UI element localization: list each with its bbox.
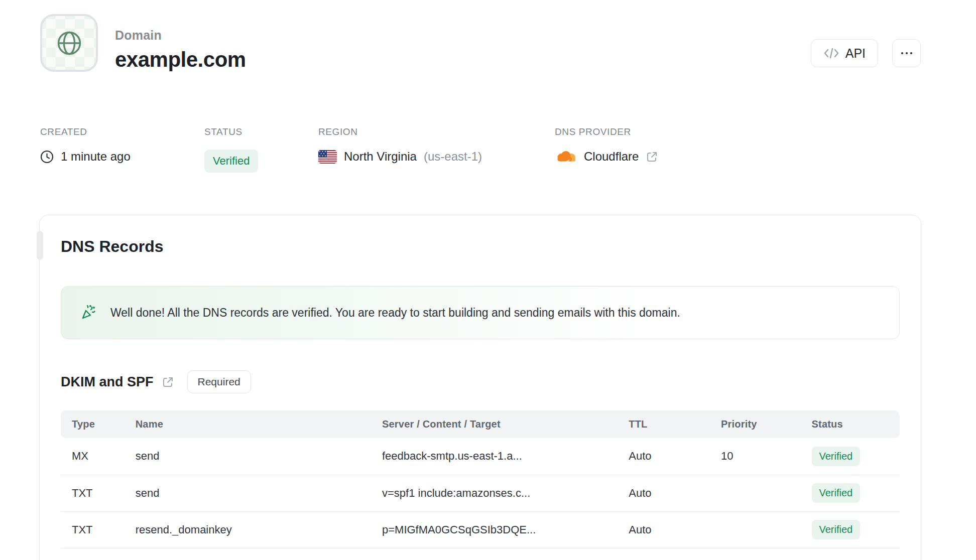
cell-name: send <box>136 438 382 475</box>
party-popper-icon <box>79 304 97 322</box>
meta-created: CREATED 1 minute ago <box>40 126 204 173</box>
meta-dns-provider: DNS PROVIDER <box>555 126 658 173</box>
scroll-indicator-pill <box>37 231 43 260</box>
created-label: CREATED <box>40 126 204 137</box>
page-header: Domain example.com API <box>40 14 921 72</box>
more-options-button[interactable] <box>892 39 921 67</box>
cell-status: Verified <box>812 475 900 511</box>
created-value: 1 minute ago <box>61 150 131 164</box>
domain-details-page: Domain example.com API <box>0 0 976 560</box>
cell-type: TXT <box>61 475 136 511</box>
cell-type: TXT <box>61 511 136 548</box>
external-link-icon[interactable] <box>162 376 174 388</box>
status-badge: Verified <box>204 150 258 173</box>
section-heading: DKIM and SPF <box>61 374 154 390</box>
column-header-priority: Priority <box>721 410 811 438</box>
cell-priority <box>721 511 811 548</box>
cell-name: resend._domainkey <box>136 511 382 548</box>
cell-priority <box>721 475 811 511</box>
meta-region: REGION <box>318 126 555 173</box>
cell-content: v=spf1 include:amazonses.c... <box>382 475 629 511</box>
dns-records-table: Type Name Server / Content / Target TTL … <box>61 410 900 548</box>
column-header-content: Server / Content / Target <box>382 410 629 438</box>
table-row: TXT send v=spf1 include:amazonses.c... A… <box>61 475 900 511</box>
api-button-label: API <box>845 46 866 61</box>
globe-icon <box>56 30 82 56</box>
table-row: TXT resend._domainkey p=MIGfMA0GCSqGSIb3… <box>61 511 900 548</box>
required-badge: Required <box>187 370 251 393</box>
region-value: North Virginia <box>344 150 417 164</box>
dns-provider-link[interactable]: Cloudflare <box>555 150 658 164</box>
cell-ttl: Auto <box>629 475 721 511</box>
cell-ttl: Auto <box>629 511 721 548</box>
title-block: Domain example.com <box>115 28 246 72</box>
meta-row: CREATED 1 minute ago STATUS Verified REG… <box>40 126 921 173</box>
column-header-status: Status <box>812 410 900 438</box>
page-title: example.com <box>115 48 246 72</box>
clock-icon <box>40 150 54 164</box>
cell-type: MX <box>61 438 136 475</box>
domain-avatar <box>40 14 98 72</box>
cell-ttl: Auto <box>629 438 721 475</box>
card-heading: DNS Records <box>61 237 900 256</box>
region-label: REGION <box>318 126 555 137</box>
meta-status: STATUS Verified <box>204 126 318 173</box>
cell-name: send <box>136 475 382 511</box>
cloudflare-icon <box>555 151 577 163</box>
banner-text: Well done! All the DNS records are verif… <box>110 306 680 320</box>
dns-provider-label: DNS PROVIDER <box>555 126 658 137</box>
region-code: (us-east-1) <box>424 150 482 164</box>
dns-provider-value: Cloudflare <box>584 150 639 164</box>
success-banner: Well done! All the DNS records are verif… <box>61 286 900 339</box>
column-header-type: Type <box>61 410 136 438</box>
ellipsis-icon <box>900 51 913 55</box>
status-label: STATUS <box>204 126 318 137</box>
dkim-spf-section-header: DKIM and SPF Required <box>61 370 900 393</box>
entity-label: Domain <box>115 28 246 43</box>
api-button[interactable]: API <box>811 39 878 67</box>
dns-records-card: DNS Records Well done! All the DNS recor… <box>39 215 921 560</box>
status-badge: Verified <box>812 483 861 503</box>
column-header-ttl: TTL <box>629 410 721 438</box>
cell-content: feedback-smtp.us-east-1.a... <box>382 438 629 475</box>
us-flag-icon <box>318 150 337 164</box>
column-header-name: Name <box>136 410 382 438</box>
code-icon <box>823 47 839 59</box>
status-badge: Verified <box>812 520 861 539</box>
cell-status: Verified <box>812 438 900 475</box>
cell-status: Verified <box>812 511 900 548</box>
table-row: MX send feedback-smtp.us-east-1.a... Aut… <box>61 438 900 475</box>
cell-priority: 10 <box>721 438 811 475</box>
table-header-row: Type Name Server / Content / Target TTL … <box>61 410 900 438</box>
status-badge: Verified <box>812 447 861 466</box>
cell-content: p=MIGfMA0GCSqGSIb3DQE... <box>382 511 629 548</box>
header-actions: API <box>811 39 921 67</box>
external-link-icon <box>646 151 658 163</box>
